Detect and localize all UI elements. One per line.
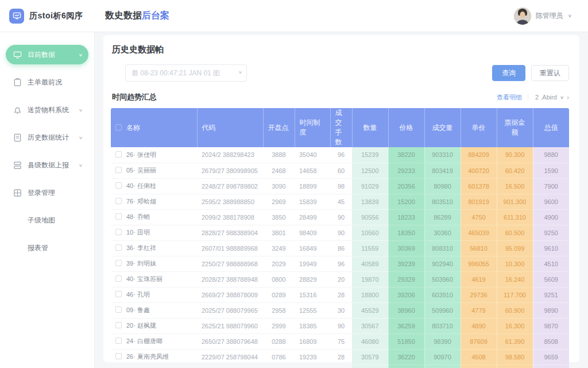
cell-time: 98409 bbox=[295, 225, 330, 240]
cell-v2: 51850 bbox=[388, 334, 424, 349]
query-button[interactable]: 查询 bbox=[492, 65, 525, 81]
cell-open: 3801 bbox=[263, 225, 295, 240]
cell-v3: 987310 bbox=[424, 365, 461, 368]
table-row[interactable]: 10· 田明2828/27 98838890438019840990105601… bbox=[111, 225, 569, 240]
row-name-cell: 40· 任俐桂 bbox=[111, 178, 197, 194]
row-checkbox[interactable] bbox=[115, 213, 122, 220]
section-row: 时间趋势汇总 查看明细 2 .Abird ∨ › bbox=[111, 92, 569, 102]
cell-v4: 29736 bbox=[461, 287, 497, 302]
date-range-input[interactable] bbox=[125, 64, 247, 82]
column-header-7: 价格 bbox=[388, 108, 424, 147]
avatar[interactable] bbox=[514, 7, 531, 25]
cell-v2: 18350 bbox=[388, 225, 424, 240]
table-row[interactable]: 26· 夏南亮凤维2229/07 25879804407861923928305… bbox=[111, 349, 569, 365]
table-row[interactable]: 40· 任俐桂2248/27 8987898023090188999891029… bbox=[111, 178, 569, 194]
cell-v5: 90.300 bbox=[497, 147, 533, 163]
cell-lots: 90 bbox=[330, 209, 352, 225]
cell-v5: 16.240 bbox=[497, 271, 533, 287]
sidebar-item-label: 登录管理 bbox=[28, 188, 55, 198]
cell-v4: 940.999 bbox=[461, 365, 497, 368]
sidebar-item-label: 送货物料系统 bbox=[28, 105, 69, 115]
cell-code: 2607/01 988889968 bbox=[197, 240, 263, 256]
cell-code: 2828/27 988388904 bbox=[197, 225, 263, 240]
history-data-table: 名称代码开盘点时间制度成交手数数量价格成交量单价票据金额总值 26· 张佳明20… bbox=[111, 108, 569, 368]
row-checkbox[interactable] bbox=[115, 306, 122, 313]
row-name-cell: 20· 赵枫胧 bbox=[111, 318, 197, 334]
row-checkbox[interactable] bbox=[115, 322, 122, 328]
sidebar: 目前数据∨主单最前况送货物料系统∨历史数据统计∨县级数据上报∨登录管理子级地图报… bbox=[0, 32, 95, 368]
cell-open: 3850 bbox=[263, 209, 295, 225]
table-row[interactable]: 20· 赵枫胧2625/21 9880799602999183859030567… bbox=[111, 318, 569, 334]
page-size-dropdown[interactable]: 2 .Abird ∨ › bbox=[528, 94, 569, 101]
sidebar-item-5[interactable]: 县级数据上报∨ bbox=[6, 155, 88, 175]
sidebar-item-1[interactable]: 目前数据∨ bbox=[6, 45, 88, 64]
cell-v2: 29329 bbox=[388, 271, 424, 287]
cell-v5: 611.310 bbox=[497, 209, 533, 225]
cell-time: 18899 bbox=[295, 178, 330, 194]
app-title-blue: 后台案 bbox=[142, 10, 169, 20]
sidebar-item-label: 主单最前况 bbox=[28, 78, 62, 87]
app-title: 数史数据后台案 bbox=[105, 10, 169, 22]
cell-code: 2625/21 988079960 bbox=[197, 318, 263, 334]
cell-v4: 996055 bbox=[461, 256, 497, 271]
table-row[interactable]: 24· 白棚唐啷2650/27 388079648028816809754608… bbox=[111, 334, 569, 349]
cell-v4: 884209 bbox=[461, 147, 497, 163]
cell-v4: 87609 bbox=[461, 334, 497, 349]
table-row[interactable]: 26· 张佳明2024/2 38829842338883504096152393… bbox=[111, 147, 569, 163]
cell-v2: 39206 bbox=[388, 287, 424, 302]
table-row[interactable]: 36· 李红祥2607/01 9888899683249168498611559… bbox=[111, 240, 569, 256]
sidebar-item-3[interactable]: 送货物料系统∨ bbox=[6, 100, 88, 120]
row-checkbox[interactable] bbox=[115, 338, 122, 344]
cell-v5: 95.099 bbox=[497, 240, 533, 256]
table-row[interactable]: 09· 鲁鑫2025/27 08807996529581255530455293… bbox=[111, 302, 569, 318]
cell-open: 0288 bbox=[263, 334, 295, 349]
detail-link[interactable]: 查看明细 bbox=[497, 93, 522, 102]
sidebar-item-label: 报表管 bbox=[28, 243, 48, 253]
cell-code: 2024/2 388298423 bbox=[197, 147, 263, 163]
row-checkbox[interactable] bbox=[115, 260, 122, 266]
sidebar-item-6[interactable]: 登录管理 bbox=[6, 183, 88, 202]
table-row[interactable]: 40· 宝珠苏丽2028/27 388788948080028829201987… bbox=[111, 271, 569, 287]
row-checkbox[interactable] bbox=[115, 167, 122, 173]
select-all-checkbox[interactable] bbox=[115, 124, 122, 131]
row-checkbox[interactable] bbox=[115, 275, 122, 282]
table-row[interactable]: 39· 刘明妹2250/27 9888889682029199499640589… bbox=[111, 256, 569, 271]
table-row[interactable]: 48· 乔蛸2099/2 388178908385028499909055618… bbox=[111, 209, 569, 225]
cell-v1: 18800 bbox=[352, 287, 388, 302]
chevron-down-icon: ∨ bbox=[79, 135, 83, 140]
cell-open: 2969 bbox=[263, 194, 295, 209]
cell-v3: 30360 bbox=[424, 225, 461, 240]
row-checkbox[interactable] bbox=[115, 353, 122, 359]
cell-v4: 4619 bbox=[461, 271, 497, 287]
pager-placeholder-text: 三三五三 三三五 bbox=[197, 365, 263, 368]
sidebar-item-8[interactable]: 报表管 bbox=[6, 238, 88, 258]
column-header-1: 名称 bbox=[111, 108, 197, 147]
cell-open: 2999 bbox=[263, 318, 295, 334]
table-row[interactable]: 76· 邓蛤烟2595/2 38898885029691583945138391… bbox=[111, 194, 569, 209]
reset-button[interactable]: 重置认 bbox=[531, 65, 569, 81]
sidebar-item-7[interactable]: 子级地图 bbox=[6, 210, 88, 230]
sidebar-item-4[interactable]: 历史数据统计∨ bbox=[6, 128, 88, 147]
row-checkbox[interactable] bbox=[115, 151, 122, 158]
cell-code: 2028/27 388788948 bbox=[197, 271, 263, 287]
monitor-icon bbox=[13, 50, 22, 59]
row-checkbox[interactable] bbox=[115, 244, 122, 251]
row-checkbox[interactable] bbox=[115, 291, 122, 297]
more-arrow-icon[interactable]: › bbox=[567, 94, 569, 101]
chevron-down-icon[interactable]: ∨ bbox=[568, 13, 572, 18]
user-menu[interactable]: 陈管理员 ∨ bbox=[514, 7, 588, 25]
table-row[interactable]: 05· 吴丽丽2679/27 3809989052468146586012500… bbox=[111, 163, 569, 178]
cell-lots: 60 bbox=[330, 163, 352, 178]
cell-v3: 603910 bbox=[424, 287, 461, 302]
column-header-6: 数量 bbox=[352, 108, 388, 147]
cell-v6: 5609 bbox=[533, 271, 569, 287]
table-row[interactable]: 46· 孔明2669/27 38887800902891531628188003… bbox=[111, 287, 569, 302]
cell-v2: 36220 bbox=[388, 349, 424, 365]
row-checkbox[interactable] bbox=[115, 198, 122, 204]
cell-v3: 803510 bbox=[424, 194, 461, 209]
cell-v2: 36259 bbox=[388, 318, 424, 334]
row-checkbox[interactable] bbox=[115, 182, 122, 189]
chevron-down-icon[interactable]: ∨ bbox=[238, 70, 242, 74]
row-checkbox[interactable] bbox=[115, 229, 122, 235]
sidebar-item-2[interactable]: 主单最前况 bbox=[6, 72, 88, 92]
